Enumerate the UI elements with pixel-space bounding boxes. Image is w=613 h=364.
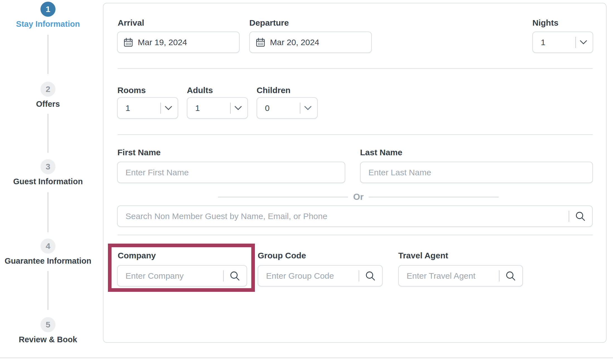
- children-value: 0: [265, 103, 300, 113]
- calendar-icon: [255, 37, 266, 47]
- search-icon[interactable]: [365, 270, 376, 282]
- arrival-label: Arrival: [118, 18, 144, 28]
- stepper-connector: [48, 192, 48, 232]
- adults-label: Adults: [187, 86, 213, 95]
- adults-select[interactable]: 1: [187, 97, 248, 119]
- first-name-input[interactable]: [118, 168, 339, 177]
- company-input[interactable]: [118, 271, 223, 281]
- nights-label: Nights: [532, 18, 558, 28]
- departure-label: Departure: [249, 18, 289, 28]
- stay-information-card: Arrival Departure Nights Mar 19, 2024: [103, 3, 607, 343]
- last-name-input[interactable]: [361, 168, 586, 177]
- field-divider: [223, 270, 224, 282]
- step-number-badge: 5: [40, 317, 55, 332]
- rooms-select[interactable]: 1: [117, 97, 178, 119]
- search-icon[interactable]: [575, 211, 586, 222]
- stepper-connector: [48, 35, 48, 74]
- children-label: Children: [257, 86, 291, 95]
- travel-agent-field: [398, 265, 523, 287]
- or-divider-line: [218, 197, 348, 197]
- step-number: 2: [46, 84, 50, 94]
- company-label: Company: [118, 251, 156, 260]
- step-label: Guarantee Information: [5, 256, 91, 266]
- stepper-connector: [48, 114, 48, 153]
- nights-select[interactable]: 1: [532, 31, 593, 53]
- stepper: 1 Stay Information 2 Offers 3 Guest Info…: [0, 0, 103, 364]
- booking-screen: 1 Stay Information 2 Offers 3 Guest Info…: [0, 0, 613, 364]
- select-divider: [575, 37, 576, 48]
- chevron-down-icon: [235, 106, 242, 110]
- last-name-label: Last Name: [360, 148, 402, 157]
- stepper-step-offers[interactable]: 2 Offers: [0, 82, 98, 109]
- field-divider: [499, 270, 499, 282]
- nights-value: 1: [541, 38, 575, 47]
- step-label: Offers: [36, 100, 60, 109]
- guest-search-field: [117, 205, 593, 227]
- search-icon[interactable]: [505, 270, 516, 282]
- step-number-badge: 2: [40, 82, 55, 97]
- or-text: Or: [353, 192, 363, 202]
- section-divider: [118, 134, 593, 135]
- travel-agent-label: Travel Agent: [398, 251, 448, 260]
- stepper-step-stay-information[interactable]: 1 Stay Information: [0, 2, 98, 29]
- arrival-date-field[interactable]: Mar 19, 2024: [117, 31, 240, 53]
- rooms-value: 1: [126, 103, 160, 113]
- group-code-input[interactable]: [258, 271, 359, 281]
- chevron-down-icon: [165, 106, 172, 110]
- field-divider: [569, 211, 569, 222]
- calendar-icon: [123, 37, 133, 47]
- step-number-badge: 4: [40, 239, 55, 254]
- section-divider: [118, 68, 593, 69]
- stepper-step-guarantee-information[interactable]: 4 Guarantee Information: [0, 239, 98, 266]
- departure-date-value: Mar 20, 2024: [270, 38, 319, 47]
- rooms-label: Rooms: [117, 86, 146, 95]
- step-number-badge: 1: [40, 2, 55, 17]
- stepper-connector: [48, 271, 48, 310]
- arrival-date-value: Mar 19, 2024: [138, 38, 187, 47]
- field-divider: [359, 270, 359, 282]
- step-number: 5: [46, 320, 50, 329]
- first-name-field: [117, 162, 345, 183]
- section-divider: [118, 235, 593, 235]
- search-icon[interactable]: [229, 270, 240, 282]
- adults-value: 1: [195, 103, 230, 113]
- travel-agent-input[interactable]: [399, 271, 499, 281]
- step-number: 1: [46, 4, 50, 14]
- step-label: Stay Information: [16, 20, 80, 29]
- or-divider-line: [369, 197, 499, 197]
- step-number: 3: [46, 162, 50, 171]
- children-select[interactable]: 0: [257, 97, 318, 119]
- chevron-down-icon: [580, 40, 587, 45]
- select-divider: [160, 103, 161, 114]
- step-label: Review & Book: [19, 335, 77, 344]
- or-divider: Or: [218, 192, 499, 202]
- stepper-step-review-book[interactable]: 5 Review & Book: [0, 317, 98, 344]
- page-bottom-divider: [0, 358, 613, 358]
- select-divider: [300, 103, 300, 114]
- select-divider: [230, 103, 231, 114]
- group-code-label: Group Code: [258, 251, 306, 260]
- stepper-step-guest-information[interactable]: 3 Guest Information: [0, 159, 98, 186]
- step-label: Guest Information: [13, 177, 83, 186]
- first-name-label: First Name: [117, 148, 161, 157]
- departure-date-field[interactable]: Mar 20, 2024: [249, 31, 372, 53]
- last-name-field: [360, 162, 593, 183]
- chevron-down-icon: [304, 106, 312, 110]
- guest-search-input[interactable]: [118, 212, 569, 221]
- group-code-field: [258, 265, 383, 287]
- company-field: [117, 265, 247, 287]
- step-number: 4: [46, 241, 50, 251]
- step-number-badge: 3: [40, 159, 55, 174]
